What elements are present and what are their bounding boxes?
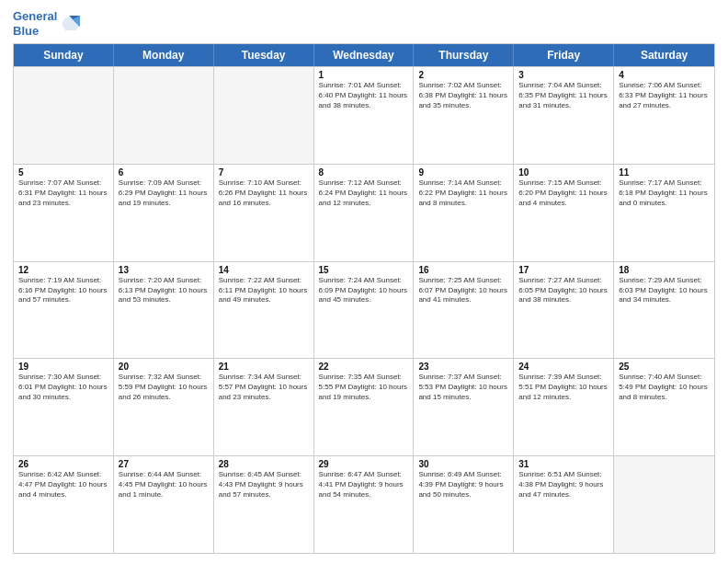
cell-day-number: 31 xyxy=(518,459,609,469)
cell-info: Sunrise: 7:20 AM Sunset: 6:13 PM Dayligh… xyxy=(119,276,209,305)
calendar: SundayMondayTuesdayWednesdayThursdayFrid… xyxy=(13,43,715,554)
cal-cell: 28Sunrise: 6:45 AM Sunset: 4:43 PM Dayli… xyxy=(214,456,314,553)
cal-header-friday: Friday xyxy=(514,44,614,66)
cal-cell xyxy=(214,67,314,164)
cal-cell: 24Sunrise: 7:39 AM Sunset: 5:51 PM Dayli… xyxy=(514,359,614,455)
logo-text: General Blue xyxy=(13,9,57,38)
cell-info: Sunrise: 7:40 AM Sunset: 5:49 PM Dayligh… xyxy=(619,373,710,402)
cal-cell: 16Sunrise: 7:25 AM Sunset: 6:07 PM Dayli… xyxy=(414,262,514,359)
cell-info: Sunrise: 7:27 AM Sunset: 6:05 PM Dayligh… xyxy=(518,276,609,305)
cell-day-number: 4 xyxy=(619,70,710,80)
cell-day-number: 9 xyxy=(418,167,508,178)
cal-cell: 21Sunrise: 7:34 AM Sunset: 5:57 PM Dayli… xyxy=(214,359,314,455)
cell-day-number: 29 xyxy=(319,459,409,469)
logo: General Blue xyxy=(13,9,80,38)
cell-info: Sunrise: 6:47 AM Sunset: 4:41 PM Dayligh… xyxy=(319,470,409,500)
cell-day-number: 13 xyxy=(119,265,209,275)
cell-day-number: 26 xyxy=(18,459,108,469)
cell-day-number: 6 xyxy=(119,167,209,178)
cell-info: Sunrise: 7:37 AM Sunset: 5:53 PM Dayligh… xyxy=(418,373,508,402)
cell-info: Sunrise: 6:51 AM Sunset: 4:38 PM Dayligh… xyxy=(518,470,609,500)
cell-day-number: 10 xyxy=(518,167,609,178)
cell-info: Sunrise: 7:25 AM Sunset: 6:07 PM Dayligh… xyxy=(418,276,508,305)
cell-info: Sunrise: 7:10 AM Sunset: 6:26 PM Dayligh… xyxy=(219,178,309,208)
cell-day-number: 3 xyxy=(518,70,609,80)
cal-cell: 14Sunrise: 7:22 AM Sunset: 6:11 PM Dayli… xyxy=(214,262,314,359)
cal-cell: 17Sunrise: 7:27 AM Sunset: 6:05 PM Dayli… xyxy=(514,262,614,359)
cal-cell xyxy=(114,67,214,164)
cell-day-number: 24 xyxy=(518,362,609,372)
cell-day-number: 19 xyxy=(18,362,108,372)
cell-day-number: 1 xyxy=(319,70,409,80)
cal-header-wednesday: Wednesday xyxy=(314,44,415,66)
cell-info: Sunrise: 7:39 AM Sunset: 5:51 PM Dayligh… xyxy=(518,373,609,402)
cell-day-number: 30 xyxy=(418,459,508,469)
cell-day-number: 27 xyxy=(119,459,209,469)
cell-day-number: 20 xyxy=(119,362,209,372)
cell-day-number: 28 xyxy=(219,459,309,469)
cell-info: Sunrise: 7:04 AM Sunset: 6:35 PM Dayligh… xyxy=(518,81,609,110)
cell-info: Sunrise: 7:19 AM Sunset: 6:16 PM Dayligh… xyxy=(18,276,108,305)
cal-row-4: 26Sunrise: 6:42 AM Sunset: 4:47 PM Dayli… xyxy=(14,455,714,553)
cell-info: Sunrise: 7:06 AM Sunset: 6:33 PM Dayligh… xyxy=(619,81,710,110)
cell-info: Sunrise: 6:44 AM Sunset: 4:45 PM Dayligh… xyxy=(119,470,209,500)
cal-cell: 13Sunrise: 7:20 AM Sunset: 6:13 PM Dayli… xyxy=(114,262,214,359)
cal-cell: 22Sunrise: 7:35 AM Sunset: 5:55 PM Dayli… xyxy=(314,359,415,455)
cal-cell: 8Sunrise: 7:12 AM Sunset: 6:24 PM Daylig… xyxy=(314,165,415,261)
cal-cell: 23Sunrise: 7:37 AM Sunset: 5:53 PM Dayli… xyxy=(414,359,514,455)
cal-cell: 29Sunrise: 6:47 AM Sunset: 4:41 PM Dayli… xyxy=(314,456,415,553)
calendar-body: 1Sunrise: 7:01 AM Sunset: 6:40 PM Daylig… xyxy=(14,66,714,553)
cal-cell xyxy=(614,456,714,553)
cal-cell: 30Sunrise: 6:49 AM Sunset: 4:39 PM Dayli… xyxy=(414,456,514,553)
cal-row-2: 12Sunrise: 7:19 AM Sunset: 6:16 PM Dayli… xyxy=(14,261,714,359)
cell-info: Sunrise: 7:24 AM Sunset: 6:09 PM Dayligh… xyxy=(319,276,409,305)
cal-cell xyxy=(14,67,114,164)
cell-info: Sunrise: 7:32 AM Sunset: 5:59 PM Dayligh… xyxy=(119,373,209,402)
cal-header-saturday: Saturday xyxy=(614,44,714,66)
cell-day-number: 14 xyxy=(219,265,309,275)
logo-icon xyxy=(60,14,80,34)
cell-info: Sunrise: 7:29 AM Sunset: 6:03 PM Dayligh… xyxy=(619,276,710,305)
cal-cell: 11Sunrise: 7:17 AM Sunset: 6:18 PM Dayli… xyxy=(614,165,714,261)
cal-cell: 31Sunrise: 6:51 AM Sunset: 4:38 PM Dayli… xyxy=(514,456,614,553)
cell-info: Sunrise: 7:01 AM Sunset: 6:40 PM Dayligh… xyxy=(319,81,409,110)
cell-day-number: 8 xyxy=(319,167,409,178)
cell-day-number: 16 xyxy=(418,265,508,275)
cell-info: Sunrise: 7:14 AM Sunset: 6:22 PM Dayligh… xyxy=(418,178,508,208)
cell-info: Sunrise: 7:09 AM Sunset: 6:29 PM Dayligh… xyxy=(119,178,209,208)
cell-info: Sunrise: 6:45 AM Sunset: 4:43 PM Dayligh… xyxy=(219,470,309,500)
cell-day-number: 21 xyxy=(219,362,309,372)
cell-day-number: 23 xyxy=(418,362,508,372)
cell-day-number: 2 xyxy=(418,70,508,80)
cell-info: Sunrise: 7:07 AM Sunset: 6:31 PM Dayligh… xyxy=(18,178,108,208)
cal-row-3: 19Sunrise: 7:30 AM Sunset: 6:01 PM Dayli… xyxy=(14,358,714,455)
cal-cell: 27Sunrise: 6:44 AM Sunset: 4:45 PM Dayli… xyxy=(114,456,214,553)
cal-row-1: 5Sunrise: 7:07 AM Sunset: 6:31 PM Daylig… xyxy=(14,164,714,261)
cal-cell: 5Sunrise: 7:07 AM Sunset: 6:31 PM Daylig… xyxy=(14,165,114,261)
header: General Blue xyxy=(13,9,715,38)
cal-header-monday: Monday xyxy=(114,44,214,66)
cal-cell: 19Sunrise: 7:30 AM Sunset: 6:01 PM Dayli… xyxy=(14,359,114,455)
cell-day-number: 11 xyxy=(619,167,710,178)
cal-cell: 15Sunrise: 7:24 AM Sunset: 6:09 PM Dayli… xyxy=(314,262,415,359)
cell-day-number: 12 xyxy=(18,265,108,275)
cell-info: Sunrise: 7:30 AM Sunset: 6:01 PM Dayligh… xyxy=(18,373,108,402)
page: General Blue SundayMondayTuesdayWednesda… xyxy=(0,0,728,563)
cell-info: Sunrise: 7:22 AM Sunset: 6:11 PM Dayligh… xyxy=(219,276,309,305)
cal-cell: 3Sunrise: 7:04 AM Sunset: 6:35 PM Daylig… xyxy=(514,67,614,164)
cell-info: Sunrise: 6:42 AM Sunset: 4:47 PM Dayligh… xyxy=(18,470,108,500)
cal-cell: 18Sunrise: 7:29 AM Sunset: 6:03 PM Dayli… xyxy=(614,262,714,359)
cell-info: Sunrise: 6:49 AM Sunset: 4:39 PM Dayligh… xyxy=(418,470,508,500)
cell-info: Sunrise: 7:15 AM Sunset: 6:20 PM Dayligh… xyxy=(518,178,609,208)
cal-header-thursday: Thursday xyxy=(414,44,514,66)
cell-day-number: 15 xyxy=(319,265,409,275)
cal-cell: 4Sunrise: 7:06 AM Sunset: 6:33 PM Daylig… xyxy=(614,67,714,164)
cal-header-tuesday: Tuesday xyxy=(214,44,314,66)
cell-info: Sunrise: 7:34 AM Sunset: 5:57 PM Dayligh… xyxy=(219,373,309,402)
cell-info: Sunrise: 7:35 AM Sunset: 5:55 PM Dayligh… xyxy=(319,373,409,402)
cell-day-number: 17 xyxy=(518,265,609,275)
cell-info: Sunrise: 7:17 AM Sunset: 6:18 PM Dayligh… xyxy=(619,178,710,208)
cal-cell: 2Sunrise: 7:02 AM Sunset: 6:38 PM Daylig… xyxy=(414,67,514,164)
cal-cell: 1Sunrise: 7:01 AM Sunset: 6:40 PM Daylig… xyxy=(314,67,415,164)
cal-cell: 25Sunrise: 7:40 AM Sunset: 5:49 PM Dayli… xyxy=(614,359,714,455)
